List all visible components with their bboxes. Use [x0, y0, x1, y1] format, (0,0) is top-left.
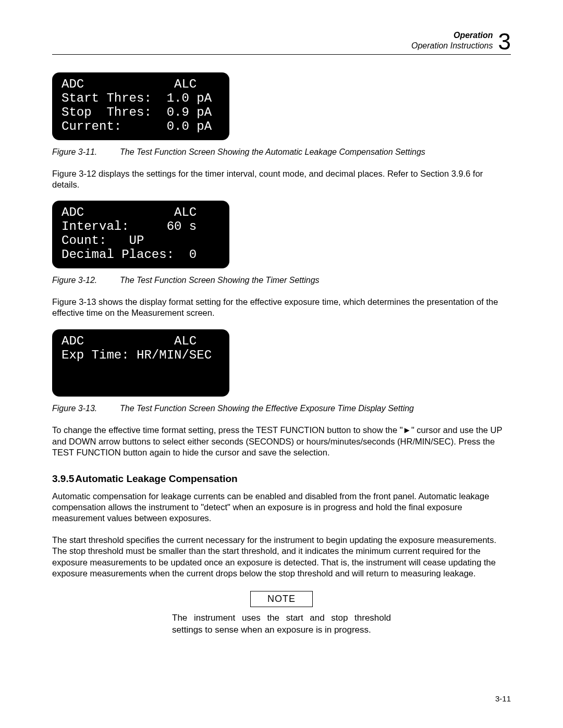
header-subtitle: Operation Instructions — [411, 41, 493, 51]
header-title: Operation — [411, 30, 493, 41]
section-number: 3.9.5 — [52, 473, 74, 484]
section-heading: 3.9.5Automatic Leakage Compensation — [52, 473, 511, 485]
header-text-block: Operation Operation Instructions — [411, 30, 493, 51]
body-paragraph: Figure 3-12 displays the settings for th… — [52, 168, 511, 191]
figure-label: Figure 3-12. — [52, 276, 120, 285]
lcd-screen-exp-time: ADC ALC Exp Time: HR/MIN/SEC — [52, 329, 229, 397]
figure-text: The Test Function Screen Showing the Eff… — [120, 404, 414, 413]
lcd-line: Stop Thres: 0.9 pA — [62, 105, 212, 119]
figure-label: Figure 3-13. — [52, 404, 120, 413]
lcd-line: Start Thres: 1.0 pA — [62, 91, 212, 105]
page-header: Operation Operation Instructions 3 — [52, 30, 511, 55]
section-title: Automatic Leakage Compensation — [75, 473, 237, 484]
body-paragraph: To change the effective time format sett… — [52, 425, 511, 458]
lcd-line: Count: UP — [62, 233, 144, 248]
figure-label: Figure 3-11. — [52, 147, 120, 157]
body-paragraph: Figure 3-13 shows the display format set… — [52, 297, 511, 319]
chapter-number: 3 — [498, 30, 511, 53]
lcd-line: ADC ALC — [62, 205, 197, 219]
figure-caption-3-13: Figure 3-13. The Test Function Screen Sh… — [52, 404, 511, 413]
page: Operation Operation Instructions 3 ADC A… — [0, 0, 563, 728]
page-number: 3-11 — [495, 694, 511, 703]
figure-text: The Test Function Screen Showing the Aut… — [120, 147, 425, 157]
figure-caption-3-11: Figure 3-11. The Test Function Screen Sh… — [52, 147, 511, 157]
figure-caption-3-12: Figure 3-12. The Test Function Screen Sh… — [52, 276, 511, 285]
note-block: NOTE The instrument uses the start and s… — [52, 591, 511, 636]
lcd-screen-timer-settings: ADC ALC Interval: 60 s Count: UP Decimal… — [52, 201, 229, 268]
lcd-line: ADC ALC — [62, 334, 197, 348]
note-text: The instrument uses the start and stop t… — [172, 612, 391, 636]
lcd-line — [62, 362, 69, 376]
lcd-line: Exp Time: HR/MIN/SEC — [62, 348, 212, 362]
lcd-screen-alc-settings: ADC ALC Start Thres: 1.0 pA Stop Thres: … — [52, 72, 229, 140]
lcd-line — [62, 376, 69, 390]
lcd-line: Interval: 60 s — [62, 219, 197, 233]
body-paragraph: The start threshold specifies the curren… — [52, 535, 511, 579]
note-label-box: NOTE — [250, 591, 313, 607]
figure-text: The Test Function Screen Showing the Tim… — [120, 276, 320, 285]
lcd-line: Current: 0.0 pA — [62, 119, 212, 133]
body-paragraph: Automatic compensation for leakage curre… — [52, 491, 511, 524]
lcd-line: Decimal Places: 0 — [62, 248, 197, 262]
lcd-line: ADC ALC — [62, 77, 197, 91]
